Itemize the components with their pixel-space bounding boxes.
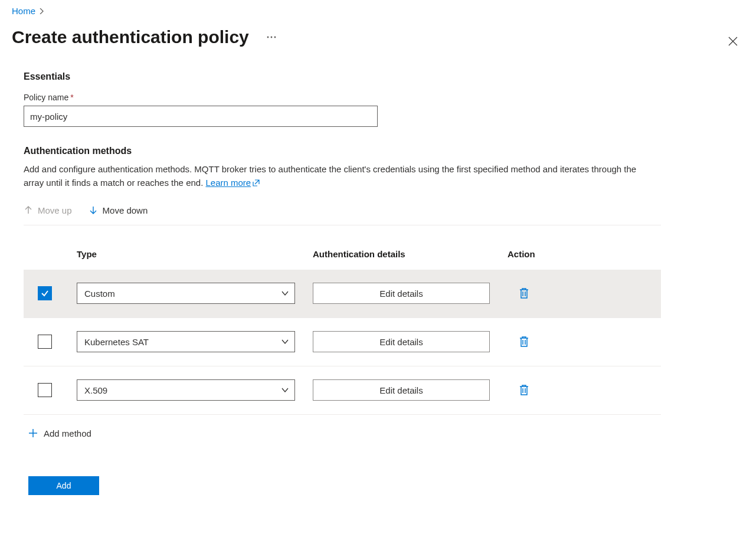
- chevron-right-icon: [39, 8, 45, 14]
- page-title: Create authentication policy: [12, 27, 249, 48]
- add-method-button[interactable]: Add method: [24, 428, 95, 439]
- more-actions-button[interactable]: [263, 29, 280, 45]
- close-button[interactable]: [723, 32, 742, 51]
- plus-icon: [28, 428, 38, 438]
- delete-row-button[interactable]: [515, 381, 533, 399]
- trash-icon: [519, 336, 529, 348]
- auth-methods-table: Type Authentication details Action Custo…: [24, 225, 661, 415]
- type-select-value: Custom: [84, 289, 115, 299]
- move-down-button[interactable]: Move down: [89, 204, 148, 217]
- arrow-down-icon: [89, 205, 98, 215]
- edit-details-button[interactable]: Edit details: [313, 283, 490, 304]
- required-indicator: *: [70, 93, 73, 102]
- move-up-button[interactable]: Move up: [24, 204, 72, 217]
- type-select-value: X.509: [84, 385, 107, 395]
- chevron-down-icon: [281, 290, 289, 297]
- col-type: Type: [77, 249, 313, 259]
- policy-name-label: Policy name*: [24, 93, 661, 102]
- table-row: Custom Edit details: [24, 270, 661, 318]
- delete-row-button[interactable]: [515, 332, 533, 351]
- trash-icon: [519, 384, 529, 396]
- row-checkbox[interactable]: [38, 335, 52, 349]
- table-row: Kubernetes SAT Edit details: [24, 318, 661, 366]
- breadcrumb-home-link[interactable]: Home: [12, 6, 35, 16]
- svg-point-1: [270, 37, 272, 38]
- svg-point-2: [274, 37, 276, 38]
- type-select[interactable]: Kubernetes SAT: [77, 331, 295, 352]
- chevron-down-icon: [281, 338, 289, 345]
- trash-icon: [519, 287, 529, 299]
- add-button[interactable]: Add: [28, 476, 99, 495]
- type-select-value: Kubernetes SAT: [84, 337, 149, 347]
- svg-point-0: [267, 37, 269, 38]
- table-header: Type Authentication details Action: [24, 225, 661, 270]
- policy-name-input[interactable]: [24, 106, 378, 127]
- edit-details-button[interactable]: Edit details: [313, 379, 490, 401]
- col-details: Authentication details: [313, 249, 508, 259]
- auth-methods-description: Add and configure authentication methods…: [24, 162, 643, 190]
- type-select[interactable]: X.509: [77, 379, 295, 401]
- type-select[interactable]: Custom: [77, 283, 295, 304]
- breadcrumb: Home: [12, 6, 741, 16]
- delete-row-button[interactable]: [515, 284, 533, 303]
- chevron-down-icon: [281, 387, 289, 394]
- arrow-up-icon: [24, 205, 33, 215]
- row-checkbox[interactable]: [38, 383, 52, 397]
- edit-details-button[interactable]: Edit details: [313, 331, 490, 352]
- move-toolbar: Move up Move down: [24, 204, 661, 225]
- col-action: Action: [508, 249, 643, 259]
- external-link-icon: [253, 179, 260, 186]
- row-checkbox[interactable]: [38, 286, 52, 300]
- table-row: X.509 Edit details: [24, 366, 661, 415]
- learn-more-link[interactable]: Learn more: [206, 176, 260, 189]
- essentials-heading: Essentials: [24, 71, 661, 82]
- auth-methods-heading: Authentication methods: [24, 146, 661, 156]
